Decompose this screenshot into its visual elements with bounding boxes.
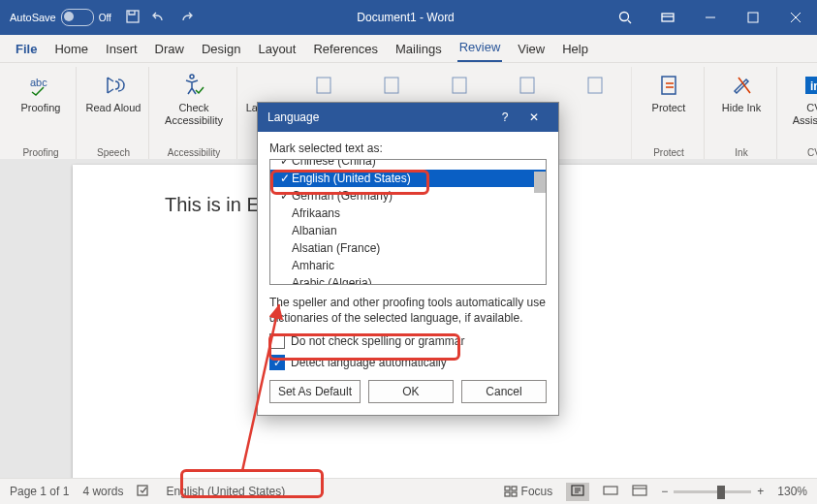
undo-icon[interactable] [147,11,171,29]
svg-rect-20 [604,487,617,494]
tab-mailings[interactable]: Mailings [393,37,444,62]
language-item[interactable]: Albanian [270,222,546,239]
close-icon[interactable] [774,0,817,35]
svg-rect-2 [662,14,674,21]
svg-rect-14 [138,486,147,495]
zoom-in-icon[interactable]: + [757,485,764,498]
tab-design[interactable]: Design [200,37,242,62]
svg-rect-11 [662,77,676,94]
view-print-icon[interactable] [566,483,589,501]
tab-help[interactable]: Help [560,37,590,62]
ok-button[interactable]: OK [368,380,454,403]
tab-view[interactable]: View [516,37,547,62]
language-item[interactable]: ✓English (United States) [270,170,546,187]
status-language[interactable]: English (United States) [166,485,285,498]
status-spellcheck-icon[interactable] [137,484,152,500]
status-words[interactable]: 4 words [82,485,123,498]
focus-button[interactable]: Focus [504,485,552,498]
language-item[interactable]: ✓German (Germany) [270,187,546,205]
toggle-off-icon [61,9,94,26]
detect-row[interactable]: ✓ Detect language automatically [269,355,547,370]
svg-text:abc: abc [30,77,47,88]
shield-icon [658,69,679,102]
ink-icon [731,69,752,102]
cancel-button[interactable]: Cancel [461,380,547,403]
svg-rect-21 [633,486,646,495]
hide-ink-button[interactable]: Hide Ink [712,69,770,114]
set-default-button[interactable]: Set As Default [269,380,361,403]
language-item[interactable]: Alsatian (France) [270,239,546,257]
language-item[interactable]: Arabic (Algeria) [270,274,546,285]
save-icon[interactable] [121,11,144,29]
svg-rect-8 [453,78,466,93]
linkedin-icon: in [803,69,817,102]
accessibility-icon [182,69,205,102]
minimize-icon[interactable] [689,0,732,35]
tab-layout[interactable]: Layout [256,37,298,62]
status-bar: Page 1 of 1 4 words English (United Stat… [0,478,817,504]
zoom-slider[interactable]: − + [661,485,764,498]
spellcheck-icon: abc [28,69,53,102]
dialog-title: Language [267,110,319,124]
checkbox-unchecked-icon[interactable] [269,333,285,349]
svg-rect-9 [520,78,534,93]
protect-button[interactable]: Protect [640,69,698,114]
autosave-toggle[interactable]: AutoSave Off [10,9,111,26]
dont-check-row[interactable]: Do not check spelling or grammar [269,333,547,349]
svg-rect-18 [512,492,517,496]
dialog-titlebar[interactable]: Language ? ✕ [258,103,558,132]
tab-references[interactable]: References [311,37,379,62]
svg-rect-10 [588,78,602,93]
tab-file[interactable]: File [14,37,39,62]
redo-icon[interactable] [174,11,198,29]
cv-assistant-button[interactable]: inCV Assistant [785,69,817,127]
ribbon-tabs: File Home Insert Draw Design Layout Refe… [0,35,817,63]
check-accessibility-button[interactable]: Check Accessibility [157,69,231,127]
tab-home[interactable]: Home [52,37,90,62]
svg-text:in: in [810,79,817,93]
document-title: Document1 - Word [207,11,604,24]
status-page[interactable]: Page 1 of 1 [10,485,69,498]
maximize-icon[interactable] [732,0,774,35]
zoom-level[interactable]: 130% [777,485,807,498]
dialog-close-icon[interactable]: ✕ [519,110,549,124]
scrollbar-thumb[interactable] [534,172,546,193]
checkbox-checked-icon[interactable]: ✓ [269,355,285,370]
svg-rect-17 [505,492,510,496]
language-item[interactable]: ✓Chinese (China) [270,159,546,170]
tab-insert[interactable]: Insert [104,37,140,62]
svg-rect-7 [385,78,398,93]
svg-rect-3 [748,13,758,22]
language-dialog: Language ? ✕ Mark selected text as: ✓Chi… [257,102,559,416]
read-aloud-button[interactable]: Read Aloud [84,69,142,114]
svg-rect-6 [317,78,330,93]
read-aloud-icon [102,69,125,102]
language-list[interactable]: ✓Chinese (China)✓English (United States)… [269,159,547,285]
view-read-icon[interactable] [603,485,618,499]
proofing-button[interactable]: abcProofing [12,69,70,114]
view-web-icon[interactable] [632,485,647,499]
language-item[interactable]: Afrikaans [270,205,546,222]
zoom-out-icon[interactable]: − [661,485,668,498]
mark-label: Mark selected text as: [269,142,547,155]
dialog-explain: The speller and other proofing tools aut… [269,295,547,326]
ribbon-display-icon[interactable] [646,0,689,35]
title-bar: AutoSave Off Document1 - Word [0,0,817,35]
dialog-help-icon[interactable]: ? [490,110,519,124]
svg-rect-16 [512,487,517,490]
document-text: This is in E [165,194,260,215]
svg-rect-15 [505,487,510,490]
svg-point-1 [620,13,629,21]
search-icon[interactable] [604,0,646,35]
language-item[interactable]: Amharic [270,257,546,274]
svg-point-5 [190,75,194,79]
tab-review[interactable]: Review [457,35,503,62]
ribbon-placeholder-5[interactable] [567,69,625,114]
tab-draw[interactable]: Draw [153,37,186,62]
